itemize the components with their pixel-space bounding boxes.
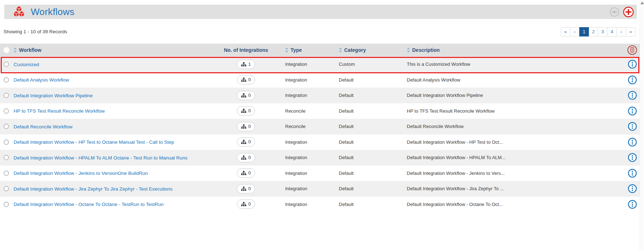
category-cell: Default [324,171,392,176]
workflow-link[interactable]: Default Integration Workflow - Octane To… [14,202,164,207]
integrations-count: 0 [248,155,251,160]
integrations-badge[interactable]: 0 [237,168,255,178]
pagination-first-button[interactable]: « [561,27,570,36]
description-cell: This is a Customized Workflow [392,61,625,67]
description-cell: Default Integration Workflow - Jira Zeph… [392,186,625,191]
integrations-count: 0 [248,171,251,176]
table-row[interactable]: Default Integration Workflow - HPALM To … [0,150,640,166]
row-radio[interactable] [4,108,9,114]
row-info-button[interactable] [628,60,637,69]
table-row[interactable]: Default Integration Workflow - HP Test t… [0,134,640,150]
column-header-workflow[interactable]: Workflow [14,47,222,53]
row-radio[interactable] [4,93,9,98]
workflow-link[interactable]: Default Integration Workflow - HP Test t… [14,139,174,145]
table-body: Customized 1 Integration Custom This is … [0,56,640,212]
integrations-badge[interactable]: 0 [237,75,255,84]
row-radio[interactable] [4,171,9,176]
integrations-count: 0 [248,93,251,98]
column-header-category[interactable]: Category [324,47,392,53]
category-cell: Default [324,155,392,160]
scrollbar[interactable] [640,0,644,251]
table-row[interactable]: Default Integration Workflow - Octane To… [0,197,640,212]
add-workflow-button[interactable] [623,6,634,18]
type-cell: Integration [270,61,324,67]
row-radio[interactable] [4,77,9,83]
category-cell: Default [324,186,392,191]
integrations-badge[interactable]: 0 [237,137,255,147]
integrations-badge[interactable]: 1 [237,60,255,69]
integrations-badge[interactable]: 0 [237,200,255,209]
row-info-button[interactable] [628,138,637,147]
workflow-link[interactable]: HP to TFS Test Result Reconcile Workflow [14,108,105,114]
workflow-cubes-icon [13,6,25,18]
row-info-button[interactable] [628,153,637,162]
sort-icon [339,48,342,53]
table-row[interactable]: Default Integration Workflow Pipeline 0 … [0,88,640,103]
type-cell: Integration [270,171,324,176]
records-summary: Showing 1 - 10 of 39 Records [4,29,67,34]
row-radio[interactable] [4,202,9,207]
page-title: Workflows [31,6,74,18]
pagination-page-2[interactable]: 2 [589,27,598,36]
workflow-link[interactable]: Default Reconcile Workflow [14,124,73,129]
column-header-integrations: No. of Integrations [222,47,270,53]
integrations-badge[interactable]: 0 [237,106,255,115]
type-cell: Integration [270,77,324,83]
row-radio[interactable] [4,61,9,67]
row-radio[interactable] [4,139,9,145]
type-cell: Reconcile [270,124,324,129]
report-icon[interactable] [627,45,637,55]
pagination-page-3[interactable]: 3 [598,27,608,36]
scroll-up-arrow[interactable] [640,1,644,4]
description-cell: Default Integration Workflow - Octane To… [392,202,625,207]
workflow-link[interactable]: Default Analysis Workflow [14,77,69,83]
table-row[interactable]: Customized 1 Integration Custom This is … [0,56,640,72]
workflow-link[interactable]: Default Integration Workflow Pipeline [14,93,93,98]
row-info-button[interactable] [628,169,637,178]
description-cell: HP to TFS Test Result Reconcile Workflow [392,108,625,114]
workflow-link[interactable]: Default Integration Workflow - HPALM To … [14,155,187,161]
row-info-button[interactable] [628,200,637,209]
list-toolbar: Showing 1 - 10 of 39 Records « ‹ 1 2 3 4… [4,27,635,36]
row-info-button[interactable] [628,122,637,131]
integrations-count: 0 [248,186,251,191]
row-info-button[interactable] [628,75,637,84]
type-cell: Reconcile [270,108,324,114]
table-row[interactable]: Default Reconcile Workflow 0 Reconcile D… [0,119,640,134]
integrations-count: 0 [248,139,251,144]
workflow-link[interactable]: Default Integration Workflow - Jira Zeph… [14,186,172,192]
integrations-count: 0 [248,77,251,82]
column-header-type[interactable]: Type [270,47,324,53]
row-info-button[interactable] [628,91,637,100]
row-info-button[interactable] [628,184,637,193]
workflow-link[interactable]: Default Integration Workflow - Jenkins t… [14,171,148,176]
pagination-page-1[interactable]: 1 [579,27,589,36]
view-toggle-button[interactable] [610,7,619,17]
integrations-badge[interactable]: 0 [237,153,255,162]
pagination-next-button[interactable]: › [616,27,626,36]
table-row[interactable]: HP to TFS Test Result Reconcile Workflow… [0,103,640,119]
integrations-badge[interactable]: 0 [237,91,255,100]
sitemap-icon [241,187,247,191]
pagination-last-button[interactable]: » [626,27,635,36]
description-cell: Default Reconcile Workflow [392,124,625,129]
sitemap-icon [241,93,247,98]
select-all-radio[interactable] [4,47,9,53]
table-row[interactable]: Default Integration Workflow - Jira Zeph… [0,181,640,197]
table-header: Workflow No. of Integrations Type Catego… [0,44,640,56]
row-radio[interactable] [4,155,9,160]
pagination-page-4[interactable]: 4 [607,27,617,36]
row-info-button[interactable] [628,107,637,115]
sitemap-icon [241,78,247,82]
type-cell: Integration [270,155,324,160]
pagination-prev-button[interactable]: ‹ [570,27,580,36]
table-row[interactable]: Default Integration Workflow - Jenkins t… [0,166,640,181]
column-header-description[interactable]: Description [392,47,625,53]
table-row[interactable]: Default Analysis Workflow 0 Integration … [0,72,640,88]
integrations-badge[interactable]: 0 [237,184,255,193]
row-radio[interactable] [4,186,9,191]
page-header: Workflows [4,5,637,19]
integrations-badge[interactable]: 0 [237,122,255,131]
workflow-link[interactable]: Customized [14,62,39,67]
row-radio[interactable] [4,124,9,129]
